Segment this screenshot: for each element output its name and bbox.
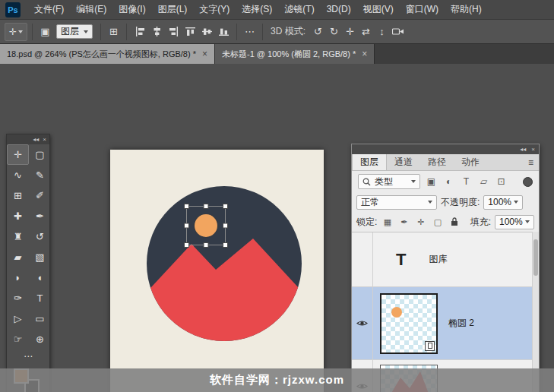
close-icon[interactable]: × bbox=[531, 144, 535, 154]
pen-tool[interactable]: ✑ bbox=[7, 288, 29, 308]
path-selection-tool[interactable]: ▷ bbox=[7, 308, 29, 329]
dodge-tool[interactable]: ◖ bbox=[29, 267, 51, 288]
align-center-horizontal-icon[interactable] bbox=[148, 26, 165, 38]
visibility-toggle[interactable] bbox=[352, 232, 373, 286]
3d-roll-icon[interactable]: ↻ bbox=[326, 26, 342, 37]
3d-camera-icon[interactable] bbox=[390, 26, 407, 38]
blend-mode-value: 正常 bbox=[361, 196, 379, 209]
sun-shape bbox=[195, 214, 217, 237]
collapse-panel-icon[interactable]: ◂◂ bbox=[33, 134, 39, 144]
close-icon[interactable]: × bbox=[362, 49, 367, 59]
menu-item-3d[interactable]: 3D(D) bbox=[321, 0, 357, 19]
show-transform-controls-icon[interactable]: ⊞ bbox=[106, 26, 122, 37]
menu-item-view[interactable]: 视图(V) bbox=[357, 0, 400, 19]
zoom-tool[interactable]: ⊕ bbox=[29, 329, 51, 349]
filter-toggle-button[interactable] bbox=[523, 177, 533, 187]
menu-item-help[interactable]: 帮助(H) bbox=[445, 0, 488, 19]
document-tab-title: 未标题-1 @ 100% (椭圆 2, RGB/8) * bbox=[222, 49, 356, 60]
document-canvas[interactable] bbox=[110, 150, 324, 392]
auto-select-layers-icon[interactable]: ▣ bbox=[37, 26, 53, 37]
lock-pixels-icon[interactable]: ✒ bbox=[397, 217, 410, 227]
filter-adjustment-icon[interactable]: ◐ bbox=[442, 176, 455, 187]
3d-pan-icon[interactable]: ✛ bbox=[342, 26, 358, 37]
healing-brush-tool[interactable]: ✚ bbox=[7, 206, 29, 226]
close-icon[interactable]: × bbox=[43, 134, 46, 144]
layer-thumbnail[interactable] bbox=[380, 293, 438, 354]
panel-menu-icon[interactable]: ≡ bbox=[528, 154, 539, 170]
align-bottom-icon[interactable] bbox=[215, 26, 232, 38]
lock-row: 锁定: ▦ ✒ ✛ ▢ 填充: 100% bbox=[352, 212, 539, 232]
tool-options-bar: ✛ ▣ 图层 ⊞ ⋯ 3D 模式: ↺ ↻ ✛ ⇄ ↕ bbox=[0, 20, 554, 44]
blend-row: 正常 不透明度: 100% bbox=[352, 192, 539, 212]
filter-image-icon[interactable]: ▣ bbox=[425, 176, 438, 187]
clone-stamp-tool[interactable]: ♜ bbox=[7, 226, 29, 247]
fill-select[interactable]: 100% bbox=[495, 215, 534, 229]
filter-type-icon[interactable]: T bbox=[460, 176, 473, 187]
layer-filter-type-select[interactable]: 类型 bbox=[358, 174, 420, 189]
menu-item-window[interactable]: 窗口(W) bbox=[400, 0, 445, 19]
blur-tool[interactable]: ◗ bbox=[7, 267, 29, 288]
3d-slide-icon[interactable]: ⇄ bbox=[358, 26, 374, 37]
marquee-tool[interactable]: ▢ bbox=[29, 144, 51, 165]
menu-item-type[interactable]: 文字(Y) bbox=[193, 0, 236, 19]
history-brush-tool[interactable]: ↺ bbox=[29, 226, 51, 247]
3d-rotate-icon[interactable]: ↺ bbox=[310, 26, 326, 37]
menu-item-file[interactable]: 文件(F) bbox=[28, 0, 70, 19]
layer-name[interactable]: 椭圆 2 bbox=[448, 317, 474, 330]
chevron-down-icon bbox=[84, 30, 88, 33]
quick-selection-tool[interactable]: ✎ bbox=[29, 165, 51, 185]
shape-tool[interactable]: ▭ bbox=[29, 308, 51, 329]
align-top-icon[interactable] bbox=[182, 26, 198, 38]
hand-tool[interactable]: ☞ bbox=[7, 329, 29, 349]
lasso-tool[interactable]: ∿ bbox=[7, 165, 29, 185]
layer-name[interactable]: 图库 bbox=[429, 253, 447, 266]
tab-channels[interactable]: 通道 bbox=[387, 154, 420, 170]
eyedropper-tool[interactable]: ✐ bbox=[29, 185, 51, 206]
layers-panel: ◂◂ × 图层 通道 路径 动作 ≡ 类型 ▣ ◐ T ▱ ⊡ 正常 bbox=[351, 144, 540, 392]
opacity-select[interactable]: 100% bbox=[483, 195, 523, 210]
visibility-toggle[interactable] bbox=[352, 287, 373, 359]
document-tab-18psd[interactable]: 18.psd @ 264% (PS怎么画一个视频图标, RGB/8) * × bbox=[0, 44, 215, 64]
type-tool[interactable]: T bbox=[29, 288, 51, 308]
layer-row-tuku[interactable]: T 图库 bbox=[352, 232, 539, 287]
auto-select-target-select[interactable]: 图层 bbox=[56, 24, 93, 39]
tool-preset-picker[interactable]: ✛ bbox=[5, 23, 27, 41]
menu-item-select[interactable]: 选择(S) bbox=[236, 0, 278, 19]
layer-row-ellipse2-selected[interactable]: 椭圆 2 bbox=[352, 287, 539, 360]
pasteboard[interactable]: ◂◂ × ✛ ▢ ∿ ✎ ⊞ ✐ ✚ ✒ ♜ ↺ ▰ ▧ ◗ ◖ ✑ T ▷ ▭… bbox=[0, 64, 554, 392]
lock-transparent-icon[interactable]: ▦ bbox=[381, 217, 394, 227]
align-middle-vertical-icon[interactable] bbox=[198, 26, 215, 38]
filter-smart-icon[interactable]: ⊡ bbox=[495, 176, 508, 187]
chevron-down-icon bbox=[428, 201, 432, 204]
tab-layers[interactable]: 图层 bbox=[352, 154, 387, 170]
collapse-panel-icon[interactable]: ◂◂ bbox=[520, 144, 526, 154]
more-align-options-icon[interactable]: ⋯ bbox=[242, 26, 258, 37]
brush-tool[interactable]: ✒ bbox=[29, 206, 51, 226]
eraser-tool[interactable]: ▰ bbox=[7, 247, 29, 267]
separator bbox=[262, 24, 263, 40]
filter-shape-icon[interactable]: ▱ bbox=[477, 176, 490, 187]
canvas-artwork bbox=[110, 150, 324, 392]
menu-item-filter[interactable]: 滤镜(T) bbox=[278, 0, 320, 19]
tab-actions[interactable]: 动作 bbox=[454, 154, 487, 170]
tab-paths[interactable]: 路径 bbox=[420, 154, 454, 170]
menu-item-image[interactable]: 图像(I) bbox=[112, 0, 151, 19]
edit-toolbar-icon[interactable]: ⋯ bbox=[24, 351, 33, 362]
align-right-icon[interactable] bbox=[165, 26, 182, 38]
align-left-icon[interactable] bbox=[131, 26, 148, 38]
close-icon[interactable]: × bbox=[202, 49, 207, 59]
menu-item-edit[interactable]: 编辑(E) bbox=[70, 0, 112, 19]
move-tool[interactable]: ✛ bbox=[7, 144, 29, 165]
separator bbox=[126, 24, 127, 40]
lock-artboard-icon[interactable]: ▢ bbox=[431, 217, 444, 227]
gradient-tool[interactable]: ▧ bbox=[29, 247, 51, 267]
menu-item-layer[interactable]: 图层(L) bbox=[152, 0, 194, 19]
3d-scale-icon[interactable]: ↕ bbox=[374, 26, 390, 37]
crop-tool[interactable]: ⊞ bbox=[7, 185, 29, 206]
blend-mode-select[interactable]: 正常 bbox=[356, 195, 437, 210]
scrollbar-thumb[interactable] bbox=[533, 239, 538, 276]
document-tab-untitled1[interactable]: 未标题-1 @ 100% (椭圆 2, RGB/8) * × bbox=[215, 44, 375, 64]
lock-position-icon[interactable]: ✛ bbox=[414, 217, 427, 227]
separator bbox=[32, 24, 33, 40]
lock-all-icon[interactable] bbox=[448, 217, 461, 228]
